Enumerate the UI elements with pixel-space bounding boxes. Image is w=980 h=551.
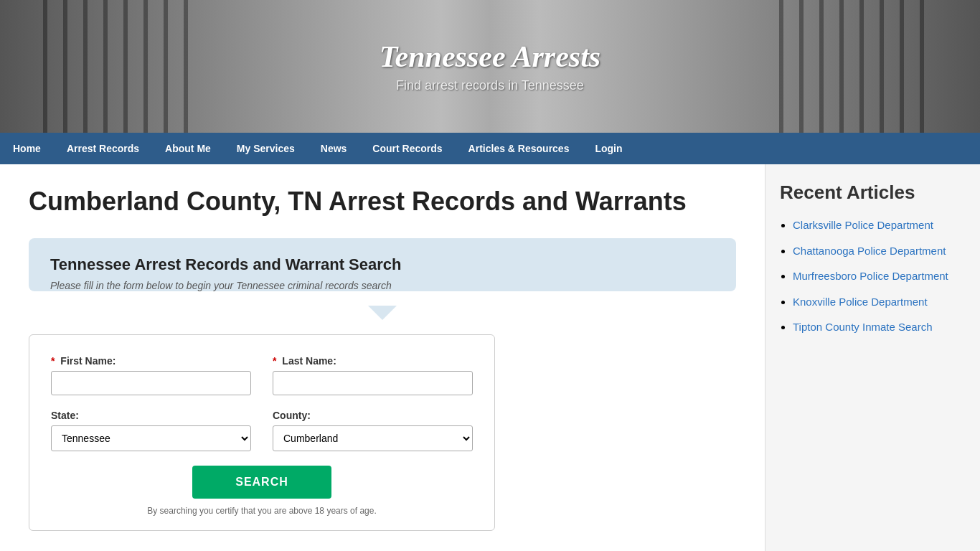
list-item: Knoxville Police Department: [793, 295, 966, 309]
nav-link-articles[interactable]: Articles & Resources: [456, 133, 583, 164]
sidebar: Recent Articles Clarksville Police Depar…: [765, 164, 980, 551]
nav-item-court-records[interactable]: Court Records: [359, 133, 455, 164]
site-subtitle: Find arrest records in Tennessee: [380, 78, 600, 93]
article-link-5[interactable]: Tipton County Inmate Search: [793, 321, 933, 333]
nav-item-news[interactable]: News: [308, 133, 360, 164]
list-item: Chattanooga Police Department: [793, 244, 966, 258]
nav-link-arrest-records[interactable]: Arrest Records: [54, 133, 152, 164]
nav-item-articles[interactable]: Articles & Resources: [456, 133, 583, 164]
hero-section: Tennessee Arrests Find arrest records in…: [0, 0, 980, 133]
state-select[interactable]: Tennessee: [51, 425, 251, 451]
county-select[interactable]: Cumberland: [273, 425, 473, 451]
list-item: Murfreesboro Police Department: [793, 269, 966, 283]
county-label: County:: [273, 410, 473, 421]
search-box-subtitle: Please fill in the form below to begin y…: [50, 280, 715, 291]
nav-item-arrest-records[interactable]: Arrest Records: [54, 133, 152, 164]
nav-link-court-records[interactable]: Court Records: [359, 133, 455, 164]
nav-item-home[interactable]: Home: [0, 133, 54, 164]
last-name-required: *: [273, 355, 276, 367]
state-label: State:: [51, 410, 251, 421]
name-row: * First Name: * Last Name:: [51, 355, 473, 395]
search-form: * First Name: * Last Name: State:: [29, 334, 495, 531]
first-name-required: *: [51, 355, 55, 367]
page-title: Cumberland County, TN Arrest Records and…: [29, 186, 736, 217]
nav-link-services[interactable]: My Services: [224, 133, 308, 164]
article-link-3[interactable]: Murfreesboro Police Department: [793, 270, 948, 282]
nav-link-home[interactable]: Home: [0, 133, 54, 164]
nav-link-news[interactable]: News: [308, 133, 360, 164]
article-link-2[interactable]: Chattanooga Police Department: [793, 245, 946, 257]
article-link-1[interactable]: Clarksville Police Department: [793, 219, 933, 231]
nav-item-login[interactable]: Login: [582, 133, 635, 164]
search-button[interactable]: SEARCH: [192, 466, 331, 499]
nav-link-login[interactable]: Login: [582, 133, 635, 164]
nav-link-about-me[interactable]: About Me: [152, 133, 224, 164]
list-item: Tipton County Inmate Search: [793, 320, 966, 334]
first-name-label: * First Name:: [51, 355, 251, 367]
page-wrapper: Cumberland County, TN Arrest Records and…: [0, 164, 980, 551]
last-name-group: * Last Name:: [273, 355, 473, 395]
last-name-label: * Last Name:: [273, 355, 473, 367]
state-group: State: Tennessee: [51, 410, 251, 451]
search-button-row: SEARCH: [51, 466, 473, 499]
article-link-4[interactable]: Knoxville Police Department: [793, 296, 928, 308]
sidebar-title: Recent Articles: [780, 182, 966, 204]
first-name-input[interactable]: [51, 371, 251, 395]
nav-item-services[interactable]: My Services: [224, 133, 308, 164]
location-row: State: Tennessee County: Cumberland: [51, 410, 473, 451]
first-name-group: * First Name:: [51, 355, 251, 395]
search-intro-box: Tennessee Arrest Records and Warrant Sea…: [29, 238, 736, 291]
form-note: By searching you certify that you are ab…: [51, 506, 473, 516]
recent-articles-list: Clarksville Police Department Chattanoog…: [780, 218, 966, 334]
search-box-title: Tennessee Arrest Records and Warrant Sea…: [50, 255, 715, 274]
site-title: Tennessee Arrests: [380, 39, 600, 74]
main-content: Cumberland County, TN Arrest Records and…: [0, 164, 765, 551]
hero-content: Tennessee Arrests Find arrest records in…: [380, 39, 600, 93]
nav-item-about-me[interactable]: About Me: [152, 133, 224, 164]
list-item: Clarksville Police Department: [793, 218, 966, 232]
main-nav: Home Arrest Records About Me My Services…: [0, 133, 980, 164]
county-group: County: Cumberland: [273, 410, 473, 451]
search-box-arrow: [368, 306, 397, 320]
last-name-input[interactable]: [273, 371, 473, 395]
